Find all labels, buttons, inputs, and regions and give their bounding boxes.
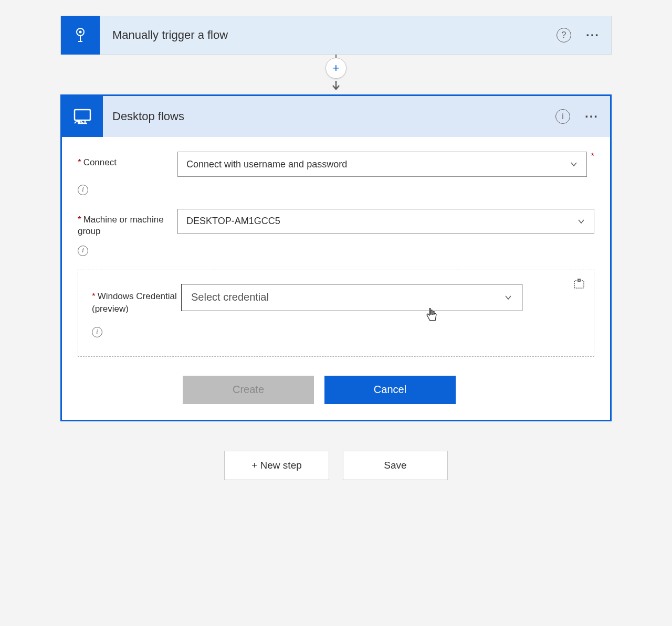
bottom-bar: + New step Save [60,451,612,480]
info-icon[interactable]: i [555,109,570,124]
chevron-down-icon [504,293,512,302]
credential-select[interactable]: Select credential [181,284,522,311]
connector: + [60,55,612,91]
trigger-title: Manually trigger a flow [112,28,556,42]
machine-label: *Machine or machine group [78,209,177,238]
add-step-button[interactable]: + [326,58,346,79]
action-body: *Connect Connect with username and passw… [62,137,610,420]
connect-select[interactable]: Connect with username and password [177,152,587,177]
chevron-down-icon [570,160,578,168]
connect-value: Connect with username and password [186,159,347,170]
new-step-button[interactable]: + New step [224,451,329,480]
cancel-button[interactable]: Cancel [324,376,456,404]
credential-picker-icon[interactable] [573,278,585,290]
action-more-icon[interactable]: ··· [585,110,598,123]
connect-label: *Connect [78,152,177,169]
create-button: Create [183,376,314,404]
credential-label: *Windows Credential (preview) [92,284,181,315]
chevron-down-icon [577,217,585,226]
save-button[interactable]: Save [343,451,448,480]
action-button-row: Create Cancel [78,376,594,404]
machine-select[interactable]: DESKTOP-AM1GCC5 [177,209,594,234]
action-card: Desktop flows i ··· *Connect Connect wit… [60,94,612,421]
action-header[interactable]: Desktop flows i ··· [62,96,610,137]
credential-placeholder: Select credential [191,291,269,303]
desktop-flows-icon [62,96,103,137]
required-marker: * [591,152,594,161]
arrow-down-icon [330,80,342,91]
credential-info-icon[interactable]: i [92,327,102,337]
connect-info-icon[interactable]: i [78,185,88,195]
svg-rect-4 [574,281,584,288]
svg-point-3 [77,120,80,123]
svg-rect-5 [578,279,580,281]
machine-info-icon[interactable]: i [78,246,88,256]
svg-point-1 [79,31,82,34]
svg-rect-2 [75,110,90,120]
credential-section: *Windows Credential (preview) Select cre… [78,270,594,357]
trigger-icon [61,16,100,55]
help-icon[interactable]: ? [556,28,571,43]
more-icon[interactable]: ··· [586,29,600,41]
action-title: Desktop flows [112,110,555,123]
trigger-card[interactable]: Manually trigger a flow ? ··· [60,16,612,55]
machine-value: DESKTOP-AM1GCC5 [186,216,280,227]
